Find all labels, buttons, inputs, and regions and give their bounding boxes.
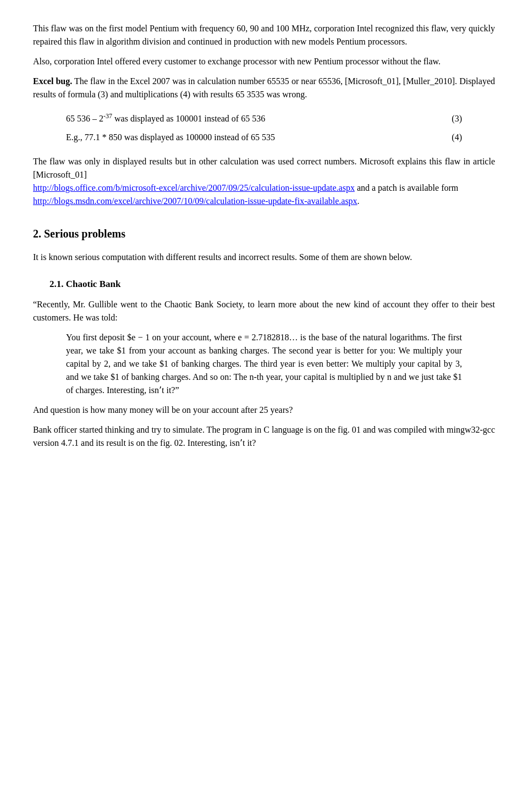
page: This flaw was on the first model Pentium… <box>0 0 528 812</box>
excel-bug-text: The flaw in the Excel 2007 was in calcul… <box>33 76 495 99</box>
link1-after-text: and a patch is available form <box>355 183 458 192</box>
section-2-heading: 2. Serious problems <box>33 225 495 242</box>
formula-1-number: (3) <box>440 112 462 125</box>
indented-paragraph: You first deposit $e − 1 on your account… <box>66 331 462 397</box>
flaw-explanation-paragraph: The flaw was only in displayed results b… <box>33 155 495 208</box>
link-2[interactable]: http://blogs.msdn.com/excel/archive/2007… <box>33 196 358 206</box>
intro-paragraph-2: Also, corporation Intel offered every cu… <box>33 55 495 68</box>
formula-line-1: 65 536 – 2-37 was displayed as 100001 in… <box>66 112 462 125</box>
intro-paragraph-1: This flaw was on the first model Pentium… <box>33 22 495 48</box>
link-1[interactable]: http://blogs.office.com/b/microsoft-exce… <box>33 183 355 192</box>
formula-2-text: E.g., 77.1 * 850 was displayed as 100000… <box>66 131 440 144</box>
formula-line-2: E.g., 77.1 * 850 was displayed as 100000… <box>66 131 462 144</box>
formula-2-number: (4) <box>440 131 462 144</box>
formula-block: 65 536 – 2-37 was displayed as 100001 in… <box>66 112 462 144</box>
chaotic-paragraph-1: “Recently, Mr. Gullible went to the Chao… <box>33 298 495 324</box>
link2-after-text: . <box>358 196 360 206</box>
formula-1-text: 65 536 – 2-37 was displayed as 100001 in… <box>66 112 440 125</box>
formula-1-superscript: -37 <box>103 112 112 120</box>
chaotic-paragraph-2: And question is how many money will be o… <box>33 404 495 417</box>
section-2-intro: It is known serious computation with dif… <box>33 251 495 264</box>
flaw-explanation-text: The flaw was only in displayed results b… <box>33 157 495 179</box>
excel-bug-label: Excel bug. <box>33 76 72 86</box>
chaotic-paragraph-3: Bank officer started thinking and try to… <box>33 423 495 450</box>
excel-bug-paragraph: Excel bug. The flaw in the Excel 2007 wa… <box>33 75 495 101</box>
subsection-21-heading: 2.1. Chaotic Bank <box>50 277 495 291</box>
